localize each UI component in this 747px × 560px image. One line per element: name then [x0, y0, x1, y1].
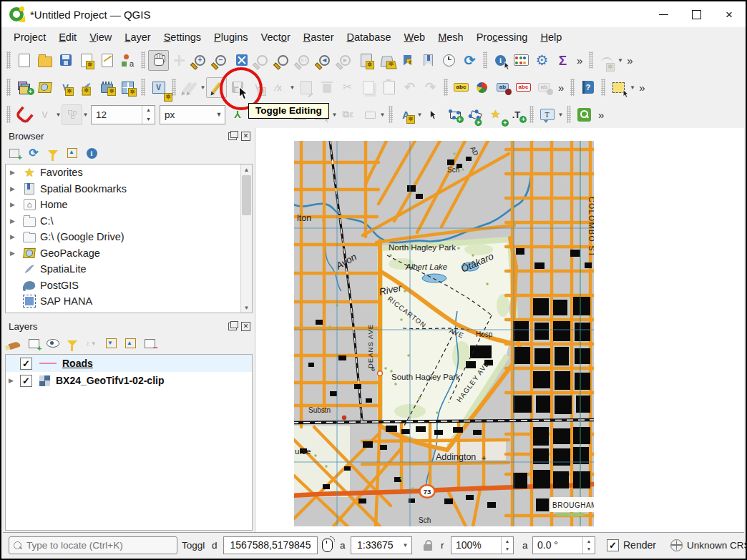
expand-arrow-icon[interactable]: ▶ [6, 377, 20, 384]
add-vector-layer-button[interactable] [34, 77, 55, 98]
toolbar-grip[interactable] [6, 79, 11, 96]
zoom-in-button[interactable]: + [190, 50, 210, 71]
redo-button[interactable]: ↷ [420, 77, 441, 98]
menu-database[interactable]: Database [340, 29, 397, 45]
layer-diagram-button[interactable] [472, 77, 492, 98]
marker-annotation-button[interactable]: ★+ [485, 104, 506, 125]
pin-labels-button[interactable]: ab [492, 77, 513, 98]
style-manager-button[interactable]: a [117, 50, 138, 71]
browser-item-postgis[interactable]: PostGIS [6, 277, 252, 294]
metasearch-button[interactable] [574, 104, 595, 125]
layers-collapse-all-button[interactable] [124, 337, 137, 350]
map-canvas[interactable]: lton Avon River Ōtākaro AD Sch COLOMBO S… [255, 128, 744, 533]
layers-float-button[interactable] [228, 323, 237, 330]
snap-tolerance-spinbox[interactable]: 12 ▲▼ [91, 105, 155, 124]
snapping-mode-dropdown[interactable]: ▼ [55, 112, 62, 118]
select-annotation-button[interactable] [423, 104, 444, 125]
data-source-manager-button[interactable]: + [14, 77, 34, 98]
browser-item-favorites[interactable]: ▶★Favorites [6, 164, 252, 181]
menu-edit[interactable]: Edit [52, 29, 83, 45]
new-3d-map-view-button[interactable]: ✲ [376, 50, 397, 71]
copy-features-button[interactable] [358, 77, 379, 98]
menu-mesh[interactable]: Mesh [431, 29, 469, 45]
coordinate-display[interactable]: 1567588,5179845 [223, 536, 318, 554]
current-edits-button[interactable] [179, 77, 200, 98]
maximize-button[interactable] [680, 1, 713, 27]
zoom-last-button[interactable]: ◂ [314, 50, 335, 71]
spin-down-arrow[interactable]: ▼ [142, 114, 155, 124]
zoom-native-button[interactable]: 1:1 [293, 50, 314, 71]
delete-selected-button[interactable] [316, 77, 337, 98]
expand-arrow-icon[interactable]: ▶ [10, 233, 21, 240]
layer-labeling-button[interactable]: abc [451, 77, 472, 98]
highlight-pinned-labels-button[interactable]: abc [513, 77, 534, 98]
toolbar-grip[interactable] [570, 79, 575, 96]
new-spatial-bookmark-button[interactable]: ✲ [397, 50, 418, 71]
layers-expression-filter-button[interactable]: ε▼ [85, 337, 98, 350]
toolbar-grip[interactable] [141, 79, 145, 96]
line-annotation-button[interactable]: + [464, 104, 485, 125]
snapping-mode-button[interactable]: V [34, 104, 55, 125]
vertex-tool-dropdown[interactable]: ▼ [289, 84, 296, 91]
layers-filter-button[interactable] [66, 337, 79, 350]
new-mesh-layer-button[interactable]: V✲ [148, 77, 169, 98]
menu-vector[interactable]: Vector [255, 29, 297, 45]
toolbar-grip[interactable] [567, 106, 571, 123]
curve-dropdown-arrow[interactable]: ▼ [617, 57, 623, 64]
menu-project[interactable]: Project [7, 29, 52, 45]
new-virtual-layer-button[interactable]: ✲ [117, 77, 138, 98]
expand-arrow-icon[interactable]: ▶ [10, 217, 21, 225]
toolbar-grip[interactable] [6, 51, 11, 69]
browser-close-button[interactable]: ✕ [241, 132, 250, 141]
toolbar-overflow-chevron[interactable]: » [623, 54, 636, 67]
scale-combo[interactable]: 1:33675 ▼ [351, 536, 412, 554]
current-edits-dropdown[interactable]: ▼ [200, 84, 206, 91]
expand-arrow-icon[interactable]: ▶ [10, 185, 21, 192]
browser-item-spatial-bookmarks[interactable]: ▶Spatial Bookmarks [6, 181, 252, 197]
snap-units-combo[interactable]: px ▼ [160, 105, 225, 124]
modify-attributes-button[interactable] [296, 77, 316, 98]
help-contents-button[interactable]: ? [577, 77, 598, 98]
mouse-position-icon[interactable] [322, 539, 333, 552]
browser-add-layer-button[interactable] [8, 147, 21, 159]
browser-item-c-drive[interactable]: ▶C:\ [6, 213, 252, 230]
crs-globe-icon[interactable] [670, 539, 683, 551]
layers-visibility-button[interactable] [47, 337, 59, 350]
layer-row-bx24[interactable]: ▶ ✓ BX24_GeoTifv1-02-clip [6, 372, 252, 389]
browser-item-sap-hana[interactable]: SAP HANA [6, 293, 252, 310]
new-map-view-button[interactable]: ✲ [356, 50, 376, 71]
scroll-thumb[interactable] [242, 175, 251, 215]
browser-filter-button[interactable] [47, 147, 59, 159]
processing-toolbox-button[interactable]: ⚙ [532, 50, 552, 71]
layers-close-button[interactable]: ✕ [241, 322, 250, 331]
refresh-button[interactable]: ⟳ [459, 50, 480, 71]
scroll-up-arrow[interactable]: ▲ [241, 164, 252, 175]
toolbar-grip[interactable] [589, 51, 593, 69]
menu-processing[interactable]: Processing [470, 29, 534, 45]
spin-down-arrow[interactable]: ▼ [502, 545, 513, 554]
browser-float-button[interactable] [228, 132, 237, 140]
paste-features-button[interactable] [379, 77, 399, 98]
expand-arrow-icon[interactable]: ▶ [10, 169, 21, 176]
add-feature-button[interactable]: V✲ [248, 77, 268, 98]
menu-layer[interactable]: Layer [118, 29, 157, 45]
toolbar-overflow-chevron[interactable]: » [595, 109, 607, 121]
snapping-options-dropdown[interactable]: ▼ [82, 112, 89, 118]
close-button[interactable]: × [713, 1, 746, 27]
save-project-button[interactable] [55, 50, 76, 71]
layers-remove-button[interactable] [143, 337, 156, 350]
spin-up-arrow[interactable]: ▲ [502, 537, 513, 546]
browser-properties-button[interactable]: i [85, 147, 98, 159]
curve-digitize-button[interactable]: ✲ [596, 50, 617, 71]
pan-map-button[interactable] [148, 50, 169, 71]
scale-lock-icon[interactable] [424, 544, 432, 551]
browser-refresh-button[interactable]: ⟳ [27, 147, 40, 159]
offset-curve-button[interactable]: ⧉ε [338, 104, 358, 125]
minimize-button[interactable] [647, 1, 680, 27]
magnifier-spinbox[interactable]: 100% ▲▼ [451, 536, 514, 554]
spin-down-arrow[interactable]: ▼ [583, 545, 595, 554]
move-feature-dropdown[interactable]: ▼ [331, 112, 338, 118]
crs-status-label[interactable]: Unknown CRS [687, 540, 747, 551]
bx24-visibility-checkbox[interactable]: ✓ [20, 375, 32, 387]
text-at-point-annotation-button[interactable]: .T+ [506, 104, 527, 125]
